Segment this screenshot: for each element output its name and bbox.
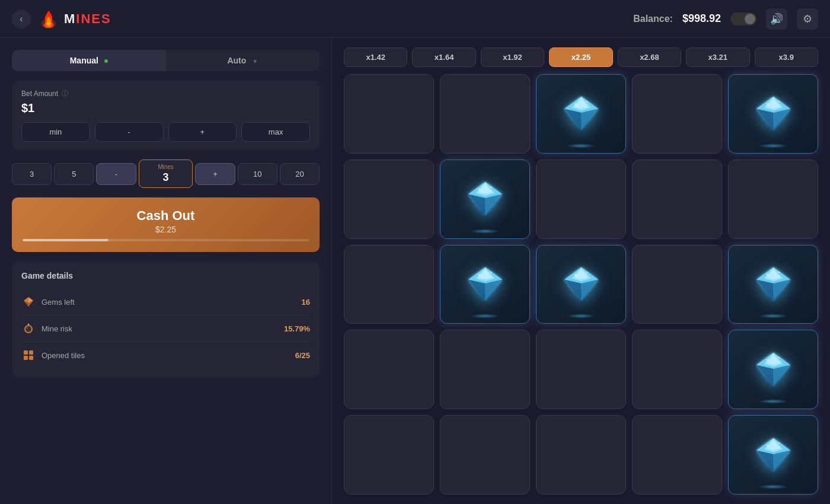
grid-cell[interactable] — [344, 160, 434, 239]
grid-cell[interactable] — [440, 74, 530, 154]
flame-icon — [38, 8, 59, 30]
svg-point-9 — [27, 327, 28, 329]
grid-cell[interactable] — [536, 245, 626, 324]
back-button[interactable]: ‹ — [12, 9, 31, 28]
mine-risk-label: Mine risk — [42, 324, 72, 333]
svg-point-63 — [778, 272, 780, 273]
bet-min-button[interactable]: min — [21, 122, 90, 142]
gems-left-row: Gems left 16 — [21, 289, 310, 315]
tab-manual-label: Manual — [70, 56, 98, 65]
svg-point-47 — [490, 272, 491, 273]
mult-2-25[interactable]: x2.25 — [549, 47, 612, 67]
mines-section: 3 5 - Mines 3 + 10 20 — [12, 160, 320, 188]
mine-icon — [21, 321, 36, 336]
mines-decrease-button[interactable]: - — [96, 163, 136, 185]
grid-cell[interactable] — [536, 74, 626, 154]
diamond-glow — [758, 314, 788, 318]
mines-5-button[interactable]: 5 — [54, 163, 94, 185]
logo-text: MINES — [64, 11, 111, 27]
header-left: ‹ MINES — [12, 8, 111, 30]
cashout-amount: $2.25 — [23, 225, 309, 234]
mult-2-68[interactable]: x2.68 — [618, 47, 681, 67]
bet-label: Bet Amount ⓘ — [21, 89, 310, 98]
balance-value: $998.92 — [682, 12, 721, 25]
grid-cell[interactable] — [728, 160, 818, 239]
mult-1-64[interactable]: x1.64 — [412, 47, 475, 67]
logo: MINES — [38, 8, 111, 30]
mult-3-21[interactable]: x3.21 — [686, 47, 749, 67]
grid-cell[interactable] — [728, 330, 818, 409]
gems-value: 16 — [302, 298, 310, 307]
mines-3-button[interactable]: 3 — [12, 163, 52, 185]
grid-cell[interactable] — [536, 330, 626, 409]
grid-cell[interactable] — [344, 330, 434, 409]
sound-button[interactable]: 🔊 — [766, 8, 787, 30]
bet-increase-button[interactable]: + — [168, 122, 237, 142]
balance-toggle[interactable] — [730, 12, 756, 25]
grid-cell[interactable] — [632, 160, 722, 239]
grid-cell[interactable] — [344, 415, 434, 495]
mult-1-42[interactable]: x1.42 — [344, 47, 407, 67]
grid-cell[interactable] — [440, 330, 530, 409]
gems-icon — [21, 295, 36, 309]
svg-point-1 — [46, 22, 51, 27]
svg-point-71 — [778, 357, 780, 358]
mult-3-9[interactable]: x3.9 — [755, 47, 818, 67]
grid-cell[interactable] — [536, 160, 626, 239]
mines-increase-button[interactable]: + — [195, 163, 235, 185]
diamond-glow — [470, 314, 500, 318]
tab-manual[interactable]: Manual — [12, 50, 166, 71]
mine-risk-row: Mine risk 15.79% — [21, 315, 310, 342]
sound-icon: 🔊 — [770, 12, 783, 25]
svg-point-22 — [574, 103, 576, 105]
svg-point-8 — [25, 326, 31, 332]
left-panel: Manual Auto ▼ Bet Amount ⓘ $1 min - + ma… — [0, 38, 332, 504]
grid-cell[interactable] — [344, 245, 434, 324]
bet-decrease-button[interactable]: - — [95, 122, 164, 142]
grid-cell[interactable] — [440, 160, 530, 239]
svg-point-30 — [767, 103, 768, 105]
tab-auto[interactable]: Auto ▼ — [166, 50, 320, 71]
tiles-icon — [21, 348, 36, 362]
main-layout: Manual Auto ▼ Bet Amount ⓘ $1 min - + ma… — [0, 38, 830, 504]
mines-20-button[interactable]: 20 — [280, 163, 320, 185]
grid-cell[interactable] — [728, 74, 818, 154]
mines-10-button[interactable]: 10 — [238, 163, 277, 185]
bet-value: $1 — [21, 101, 310, 115]
grid-cell[interactable] — [536, 415, 626, 495]
bet-max-button[interactable]: max — [241, 122, 310, 142]
bet-section: Bet Amount ⓘ $1 min - + max — [12, 81, 320, 150]
mines-label: Mines — [144, 164, 188, 170]
grid-cell[interactable] — [632, 330, 722, 409]
diamond-glow — [758, 484, 788, 489]
grid-cell[interactable] — [440, 415, 530, 495]
multiplier-bar: x1.42 x1.64 x1.92 x2.25 x2.68 x3.21 x3.9 — [344, 47, 818, 67]
grid-cell[interactable] — [728, 245, 818, 324]
svg-point-11 — [28, 324, 30, 326]
settings-button[interactable]: ⚙ — [797, 8, 818, 30]
svg-point-79 — [778, 442, 780, 444]
grid-cell[interactable] — [728, 415, 818, 495]
svg-point-39 — [490, 186, 491, 187]
svg-point-31 — [778, 101, 780, 102]
mines-counter: Mines 3 — [139, 160, 193, 188]
manual-active-dot — [104, 59, 108, 63]
mult-1-92[interactable]: x1.92 — [481, 47, 544, 67]
svg-point-46 — [478, 274, 480, 276]
bet-controls: min - + max — [21, 122, 310, 142]
grid-cell[interactable] — [632, 415, 722, 495]
diamond-glow — [566, 143, 596, 148]
mode-tabs: Manual Auto ▼ — [12, 50, 320, 71]
grid-cell[interactable] — [344, 74, 434, 154]
settings-icon: ⚙ — [803, 12, 812, 25]
svg-point-55 — [586, 272, 588, 273]
cashout-button[interactable]: Cash Out $2.25 — [12, 197, 320, 252]
diamond-glow — [566, 314, 596, 318]
bet-info-icon: ⓘ — [62, 89, 68, 98]
svg-rect-13 — [29, 350, 33, 355]
game-details-title: Game details — [21, 271, 310, 280]
grid-cell[interactable] — [440, 245, 530, 324]
svg-point-78 — [767, 444, 768, 446]
grid-cell[interactable] — [632, 74, 722, 154]
grid-cell[interactable] — [632, 245, 722, 324]
